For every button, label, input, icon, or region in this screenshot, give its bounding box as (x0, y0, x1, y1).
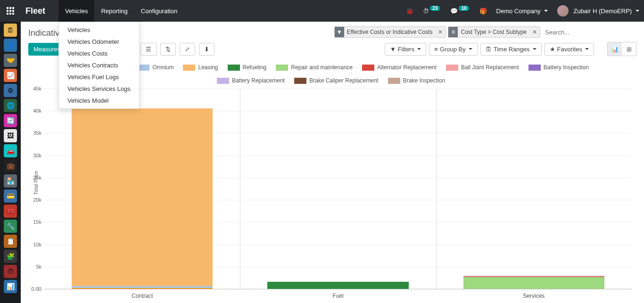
x-category-label: Contract (132, 293, 153, 299)
legend-label: Repair and maintenance (291, 64, 353, 71)
sidebar-app-icon[interactable]: 📋 (4, 235, 17, 248)
dropdown-item[interactable]: Vehicles Odometer (59, 36, 139, 48)
legend-label: Alternator Replacement (377, 64, 437, 71)
x-category-label: Services (523, 293, 545, 299)
sidebar-app-icon[interactable]: 🌐 (4, 99, 17, 112)
legend-item[interactable]: Alternator Replacement (362, 64, 437, 71)
sidebar-app-icon[interactable]: 🔄 (4, 114, 17, 127)
sidebar-app-icon[interactable]: 🗓 (4, 24, 17, 37)
activity-icon[interactable]: ⏱23 (418, 0, 446, 22)
gift-icon[interactable]: 🎁 (475, 0, 492, 22)
sidebar-app-icon[interactable]: 🧰 (4, 205, 17, 218)
legend-item[interactable]: Omnium (137, 64, 173, 71)
search-input[interactable] (542, 27, 636, 38)
sidebar-app-icon[interactable]: 🤝 (4, 54, 17, 67)
topbar: Fleet VehiclesVehiclesVehicles OdometerV… (0, 0, 644, 22)
legend-label: Brake Inspection (403, 77, 445, 84)
avatar (557, 5, 569, 16)
bar-services[interactable] (463, 276, 604, 289)
bar-segment (72, 108, 213, 287)
vehicles-dropdown: VehiclesVehicles OdometerVehicles CostsV… (58, 22, 140, 109)
facet-remove[interactable]: ✕ (435, 29, 446, 35)
view-pivot-button[interactable]: ⊞ (622, 42, 636, 56)
legend-label: Omnium (152, 64, 173, 71)
facet-label: Effective Costs or Indicative Costs (344, 29, 436, 35)
y-tick: 40k (21, 108, 41, 114)
y-tick: 15k (21, 219, 41, 225)
sidebar-app-icon[interactable]: 📈 (4, 69, 17, 82)
dropdown-item[interactable]: Vehicles Costs (59, 48, 139, 59)
debug-icon[interactable]: 🐞 (401, 0, 418, 22)
chat-icon[interactable]: 💬10 (446, 0, 474, 22)
chart-stacked-button[interactable]: ☰ (140, 43, 157, 56)
sidebar-app-icon[interactable]: 💳 (4, 189, 17, 203)
facet-remove[interactable]: ✕ (529, 29, 540, 35)
legend-label: Refueling (243, 64, 267, 71)
y-tick: 30k (21, 153, 41, 158)
chart-download-button[interactable]: ⬇ (199, 43, 215, 56)
sidebar-app-icon[interactable]: 👤 (4, 39, 17, 52)
apps-icon[interactable] (0, 0, 21, 22)
bar-contract[interactable] (72, 108, 213, 289)
sidebar-app-icon[interactable]: 💼 (4, 159, 17, 172)
legend-label: Ball Joint Replacement (461, 64, 519, 71)
dropdown-item[interactable]: Vehicles Contracts (59, 59, 139, 71)
favorites-button[interactable]: ★ Favorites (545, 43, 594, 56)
legend-swatch (228, 65, 240, 71)
legend-item[interactable]: Battery Replacement (217, 77, 285, 84)
legend-label: Leasing (198, 64, 218, 71)
dropdown-item[interactable]: Vehicles Services Logs (59, 83, 139, 95)
legend-label: Battery Replacement (232, 77, 285, 84)
view-switcher: 📊 ⊞ (607, 42, 636, 56)
legend-item[interactable]: Repair and maintenance (276, 64, 353, 71)
sidebar: 🗓👤🤝📈⚙🌐🔄🖼🚗💼🏪💳🧰🔧📋🧩⏱📊 (0, 22, 21, 303)
menu-item-vehicles[interactable]: VehiclesVehiclesVehicles OdometerVehicle… (58, 0, 94, 22)
plot (44, 89, 632, 289)
dropdown-item[interactable]: Vehicles (59, 24, 139, 36)
sidebar-app-icon[interactable]: 🚗 (4, 144, 17, 157)
legend-swatch (183, 65, 195, 71)
main-menu: VehiclesVehiclesVehicles OdometerVehicle… (58, 0, 184, 22)
legend-swatch (388, 78, 400, 84)
sidebar-app-icon[interactable]: 🖼 (4, 129, 17, 142)
bar-segment (267, 282, 408, 289)
group-by-button[interactable]: ≡ Group By (429, 43, 478, 56)
gridline (44, 289, 632, 289)
menu-item-reporting[interactable]: Reporting (94, 0, 134, 22)
legend-item[interactable]: Battery Inspection (528, 64, 589, 71)
chart-expand-button[interactable]: ⤢ (180, 43, 195, 56)
user-menu[interactable]: Zubair H (DemoERP) (553, 0, 644, 22)
legend-item[interactable]: Brake Caliper Replacement (294, 77, 379, 84)
menu-item-configuration[interactable]: Configuration (134, 0, 184, 22)
sidebar-app-icon[interactable]: ⏱ (4, 265, 17, 278)
view-graph-button[interactable]: 📊 (608, 42, 622, 56)
topbar-right: 🐞 ⏱23 💬10 🎁 Demo Company Zubair H (DemoE… (401, 0, 644, 22)
legend-item[interactable]: Refueling (228, 64, 267, 71)
legend-item[interactable]: Leasing (183, 64, 218, 71)
chart-flip-button[interactable]: ⇅ (160, 43, 176, 56)
dropdown-item[interactable]: Vehicles Fuel Logs (59, 71, 139, 83)
legend-item[interactable]: Ball Joint Replacement (446, 64, 519, 71)
sidebar-app-icon[interactable]: 📊 (4, 280, 17, 293)
legend-item[interactable]: Brake Inspection (388, 77, 445, 84)
time-ranges-button[interactable]: 🗓 Time Ranges (480, 43, 542, 56)
activity-badge: 23 (430, 6, 440, 11)
facet-icon: ▼ (335, 27, 344, 37)
brand[interactable]: Fleet (21, 6, 58, 16)
user-label: Zubair H (DemoERP) (573, 8, 632, 15)
y-tick: 35k (21, 130, 41, 136)
filters-button[interactable]: ▼ Filters (385, 43, 426, 56)
y-tick: 25k (21, 175, 41, 180)
search-facet: ▼Effective Costs or Indicative Costs✕ (334, 26, 446, 38)
facet-icon: ≡ (448, 27, 458, 37)
sidebar-app-icon[interactable]: 🏪 (4, 174, 17, 188)
chat-badge: 10 (459, 6, 469, 11)
legend-swatch (294, 78, 306, 84)
y-tick: 45k (21, 86, 41, 91)
bar-fuel[interactable] (267, 282, 408, 289)
sidebar-app-icon[interactable]: 🧩 (4, 250, 17, 263)
sidebar-app-icon[interactable]: ⚙ (4, 84, 17, 97)
company-switcher[interactable]: Demo Company (492, 0, 553, 22)
sidebar-app-icon[interactable]: 🔧 (4, 220, 17, 233)
dropdown-item[interactable]: Vehicles Model (59, 95, 139, 106)
